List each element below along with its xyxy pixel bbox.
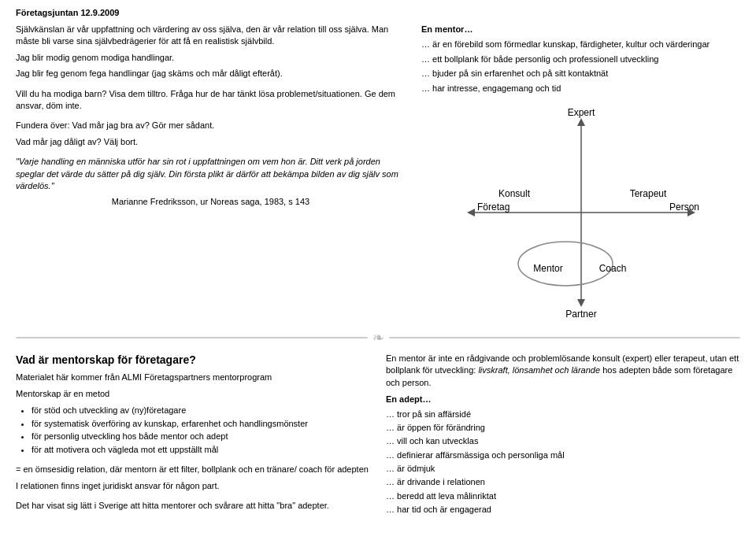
svg-marker-3 (577, 299, 585, 307)
mentor-item-2: … ett bollplank för både personlig och p… (421, 54, 740, 65)
right-column: En mentor… … är en förebild som förmedla… (421, 24, 740, 323)
adept-item-3: … vill och kan utvecklas (386, 435, 740, 447)
svg-text:Coach: Coach (598, 263, 626, 274)
divider-line-left (16, 337, 368, 338)
adept-list: … tror på sin affärsidé … är öppen för f… (386, 409, 740, 516)
para3: Jag blir feg genom fega handlingar (jag … (16, 68, 406, 80)
svg-text:Terapeut: Terapeut (629, 188, 666, 199)
svg-text:Konsult: Konsult (498, 188, 530, 199)
mentorskap-list: för stöd och utveckling av (ny)företagar… (16, 404, 370, 456)
bottom-left: Vad är mentorskap för företagare? Materi… (16, 353, 370, 518)
bottom-right: En mentor är inte en rådgivande och prob… (386, 353, 740, 518)
mentor-item-4: … har intresse, engagemang och tid (421, 83, 740, 94)
para6: Vad mår jag dåligt av? Välj bort. (16, 136, 406, 148)
mentor-italic-span: livskraft, lönsamhet och lärande (478, 365, 600, 375)
mentor-list: … är en förebild som förmedlar kunskap, … (421, 39, 740, 94)
para1: Självkänslan är vår uppfattning och värd… (16, 24, 406, 48)
adept-item-6: … är drivande i relationen (386, 476, 740, 488)
mentor-item-1: … är en förebild som förmedlar kunskap, … (421, 39, 740, 50)
para5: Fundera över: Vad mår jag bra av? Gör me… (16, 120, 406, 131)
mentorskap-item-2: för systematisk överföring av kunskap, e… (32, 417, 370, 431)
det-har-text: Det har visat sig lätt i Sverige att hit… (16, 500, 370, 512)
quote-author: Marianne Fredriksson, ur Noreas saga, 19… (16, 196, 406, 208)
left-column: Självkänslan är vår uppfattning och värd… (16, 24, 406, 323)
relation-text: = en ömsesidig relation, där mentorn är … (16, 464, 370, 475)
svg-text:Företag: Företag (477, 202, 510, 213)
divider-ornament: ❧ (372, 329, 384, 346)
mentor-box: En mentor… … är en förebild som förmedla… (421, 24, 740, 94)
bottom-heading: Vad är mentorskap för företagare? (16, 353, 370, 368)
svg-marker-2 (577, 118, 585, 126)
divider-line-right (389, 337, 741, 338)
svg-text:Mentor: Mentor (533, 263, 562, 274)
adept-item-1: … tror på sin affärsidé (386, 409, 740, 420)
adept-item-4: … definierar affärsmässiga och personlig… (386, 449, 740, 461)
mentor-title: En mentor… (421, 24, 740, 35)
adept-title: En adept… (386, 394, 740, 405)
quote: "Varje handling en människa utför har si… (16, 156, 406, 192)
svg-marker-4 (467, 209, 475, 216)
svg-text:Expert: Expert (567, 107, 595, 118)
para4: Vill du ha modiga barn? Visa dem tilltro… (16, 88, 406, 113)
adept-item-8: … har tid och är engagerad (386, 504, 740, 516)
mentor-item-3: … bjuder på sin erfarenhet och på sitt k… (421, 68, 740, 80)
mentorskap-item-1: för stöd och utveckling av (ny)företagar… (32, 404, 370, 417)
adept-item-2: … är öppen för förändring (386, 422, 740, 434)
para2: Jag blir modig genom modiga handlingar. (16, 52, 406, 64)
svg-text:Person: Person (669, 202, 699, 213)
page-title: Företagsjuntan 12.9.2009 (16, 8, 740, 17)
mentorskap-item-4: för att motivera och vägleda mot ett upp… (32, 443, 370, 457)
bottom-sub: Materialet här kommer från ALMI Företags… (16, 372, 370, 383)
svg-text:Partner: Partner (565, 309, 596, 320)
mentorskap-intro: Mentorskap är en metod (16, 388, 370, 400)
mentorskap-item-3: för personlig utveckling hos både mentor… (32, 430, 370, 443)
adept-item-5: … är ödmjuk (386, 463, 740, 475)
juridisk-text: I relationen finns inget juridiskt ansva… (16, 480, 370, 492)
divider: ❧ (16, 329, 740, 346)
mentor-not-text: En mentor är inte en rådgivande och prob… (386, 353, 740, 389)
diagram: Expert Konsult Terapeut Företag Person M… (455, 102, 707, 323)
adept-item-7: … beredd att leva målinriktat (386, 490, 740, 502)
bottom-section: Vad är mentorskap för företagare? Materi… (16, 353, 740, 518)
